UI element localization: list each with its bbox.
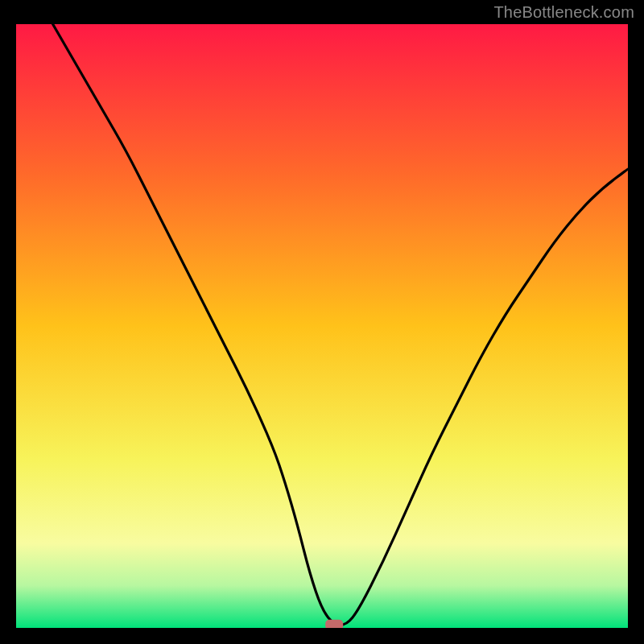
optimum-marker: [325, 620, 343, 628]
chart-stage: TheBottleneck.com: [0, 0, 644, 644]
watermark-text: TheBottleneck.com: [493, 3, 634, 22]
chart-background: [16, 24, 628, 628]
chart-plot-area: [16, 24, 628, 628]
chart-svg: [16, 24, 628, 628]
